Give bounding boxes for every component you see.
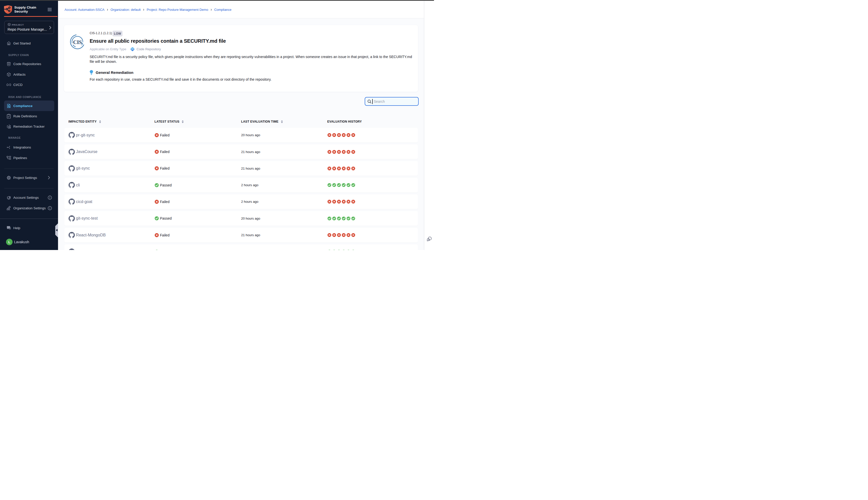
svg-text:?: ? [8,226,9,228]
svg-text:CIS: CIS [73,39,82,45]
